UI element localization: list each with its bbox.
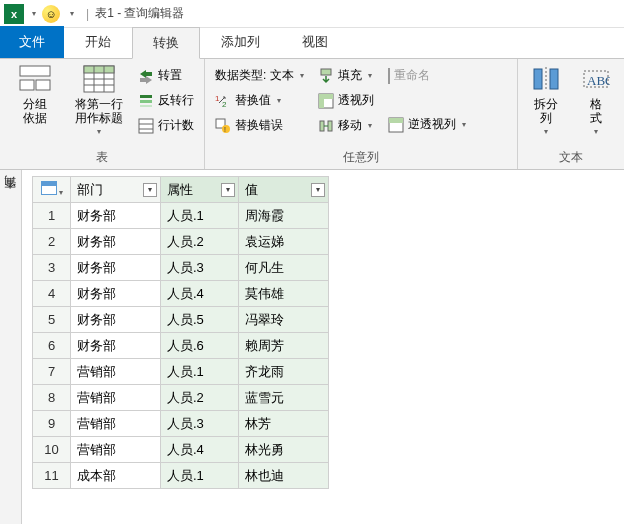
transpose-button[interactable]: 转置: [134, 65, 198, 86]
table-row[interactable]: 6财务部人员.6赖周芳: [33, 333, 329, 359]
cell-attr[interactable]: 人员.2: [161, 229, 239, 255]
cell-attr[interactable]: 人员.1: [161, 463, 239, 489]
format-button[interactable]: ABC 格式 ▾: [574, 63, 618, 136]
row-count-button[interactable]: 行计数: [134, 115, 198, 136]
cell-attr[interactable]: 人员.1: [161, 203, 239, 229]
svg-rect-2: [36, 80, 50, 90]
title-separator: |: [86, 7, 89, 21]
svg-rect-29: [550, 69, 558, 89]
pivot-button[interactable]: 透视列: [314, 90, 378, 111]
cell-dept[interactable]: 财务部: [71, 229, 161, 255]
cell-val[interactable]: 冯翠玲: [239, 307, 329, 333]
cell-val[interactable]: 周海霞: [239, 203, 329, 229]
cell-attr[interactable]: 人员.6: [161, 333, 239, 359]
replace-values-button[interactable]: 12 替换值 ▾: [211, 90, 308, 111]
cell-val[interactable]: 赖周芳: [239, 333, 329, 359]
transpose-label: 转置: [158, 67, 182, 84]
move-icon: [318, 118, 334, 134]
cell-dept[interactable]: 财务部: [71, 281, 161, 307]
tab-view[interactable]: 视图: [281, 26, 349, 58]
chevron-down-icon: ▾: [97, 127, 101, 136]
row-number[interactable]: 4: [33, 281, 71, 307]
filter-dropdown-icon[interactable]: ▾: [221, 183, 235, 197]
smiley-icon[interactable]: ☺: [42, 5, 60, 23]
cell-attr[interactable]: 人员.5: [161, 307, 239, 333]
data-type-button[interactable]: 数据类型: 文本 ▾: [211, 65, 308, 86]
cell-attr[interactable]: 人员.4: [161, 437, 239, 463]
tab-home[interactable]: 开始: [64, 26, 132, 58]
cell-val[interactable]: 林光勇: [239, 437, 329, 463]
fill-button[interactable]: 填充 ▾: [314, 65, 378, 86]
svg-rect-10: [140, 100, 152, 103]
table-row[interactable]: 3财务部人员.3何凡生: [33, 255, 329, 281]
first-row-headers-button[interactable]: 将第一行用作标题 ▾: [70, 63, 128, 136]
column-header-attr[interactable]: 属性 ▾: [161, 177, 239, 203]
cell-val[interactable]: 齐龙雨: [239, 359, 329, 385]
cell-dept[interactable]: 营销部: [71, 437, 161, 463]
data-type-prefix: 数据类型:: [215, 67, 266, 84]
table-row[interactable]: 4财务部人员.4莫伟雄: [33, 281, 329, 307]
svg-rect-27: [389, 118, 403, 123]
row-number[interactable]: 5: [33, 307, 71, 333]
column-header-dept[interactable]: 部门 ▾: [71, 177, 161, 203]
unpivot-button[interactable]: 逆透视列 ▾: [384, 114, 470, 135]
cell-attr[interactable]: 人员.3: [161, 411, 239, 437]
cell-val[interactable]: 袁运娣: [239, 229, 329, 255]
reverse-rows-button[interactable]: 反转行: [134, 90, 198, 111]
table-row[interactable]: 9营销部人员.3林芳: [33, 411, 329, 437]
group-by-button[interactable]: 分组依据: [6, 63, 64, 125]
cell-attr[interactable]: 人员.3: [161, 255, 239, 281]
split-column-button[interactable]: 拆分列 ▾: [524, 63, 568, 136]
cell-attr[interactable]: 人员.2: [161, 385, 239, 411]
table-corner[interactable]: ▾: [33, 177, 71, 203]
filter-dropdown-icon[interactable]: ▾: [143, 183, 157, 197]
cell-dept[interactable]: 营销部: [71, 385, 161, 411]
queries-pane-collapsed[interactable]: › 查询: [0, 170, 22, 524]
cell-val[interactable]: 林芳: [239, 411, 329, 437]
table-row[interactable]: 10营销部人员.4林光勇: [33, 437, 329, 463]
row-number[interactable]: 3: [33, 255, 71, 281]
qat-dropdown-icon[interactable]: ▾: [32, 9, 36, 18]
tab-addcolumn[interactable]: 添加列: [200, 26, 281, 58]
cell-val[interactable]: 林也迪: [239, 463, 329, 489]
row-number[interactable]: 11: [33, 463, 71, 489]
filter-dropdown-icon[interactable]: ▾: [311, 183, 325, 197]
qat-dropdown2-icon[interactable]: ▾: [70, 9, 74, 18]
row-number[interactable]: 1: [33, 203, 71, 229]
tab-file[interactable]: 文件: [0, 26, 64, 58]
cell-val[interactable]: 何凡生: [239, 255, 329, 281]
row-number[interactable]: 7: [33, 359, 71, 385]
table-row[interactable]: 11成本部人员.1林也迪: [33, 463, 329, 489]
cell-dept[interactable]: 财务部: [71, 203, 161, 229]
column-header-val[interactable]: 值 ▾: [239, 177, 329, 203]
chevron-down-icon: ▾: [368, 71, 372, 80]
tab-transform[interactable]: 转换: [132, 27, 200, 59]
cell-attr[interactable]: 人员.4: [161, 281, 239, 307]
cell-dept[interactable]: 财务部: [71, 333, 161, 359]
row-number[interactable]: 2: [33, 229, 71, 255]
anycol-stack3: 重命名 逆透视列 ▾: [384, 63, 470, 135]
cell-dept[interactable]: 财务部: [71, 255, 161, 281]
cell-dept[interactable]: 营销部: [71, 411, 161, 437]
row-number[interactable]: 10: [33, 437, 71, 463]
table-row[interactable]: 5财务部人员.5冯翠玲: [33, 307, 329, 333]
group-anycolumn-label: 任意列: [211, 147, 511, 169]
cell-dept[interactable]: 成本部: [71, 463, 161, 489]
table-row[interactable]: 1财务部人员.1周海霞: [33, 203, 329, 229]
row-number[interactable]: 6: [33, 333, 71, 359]
table-row[interactable]: 8营销部人员.2蓝雪元: [33, 385, 329, 411]
chevron-down-icon: ▾: [277, 96, 281, 105]
cell-dept[interactable]: 营销部: [71, 359, 161, 385]
format-label: 格式: [590, 97, 602, 125]
first-row-headers-icon: [83, 65, 115, 93]
cell-val[interactable]: 莫伟雄: [239, 281, 329, 307]
row-number[interactable]: 9: [33, 411, 71, 437]
row-number[interactable]: 8: [33, 385, 71, 411]
table-row[interactable]: 7营销部人员.1齐龙雨: [33, 359, 329, 385]
table-row[interactable]: 2财务部人员.2袁运娣: [33, 229, 329, 255]
replace-errors-button[interactable]: ! 替换错误: [211, 115, 308, 136]
move-button[interactable]: 移动 ▾: [314, 115, 378, 136]
cell-dept[interactable]: 财务部: [71, 307, 161, 333]
cell-val[interactable]: 蓝雪元: [239, 385, 329, 411]
cell-attr[interactable]: 人员.1: [161, 359, 239, 385]
